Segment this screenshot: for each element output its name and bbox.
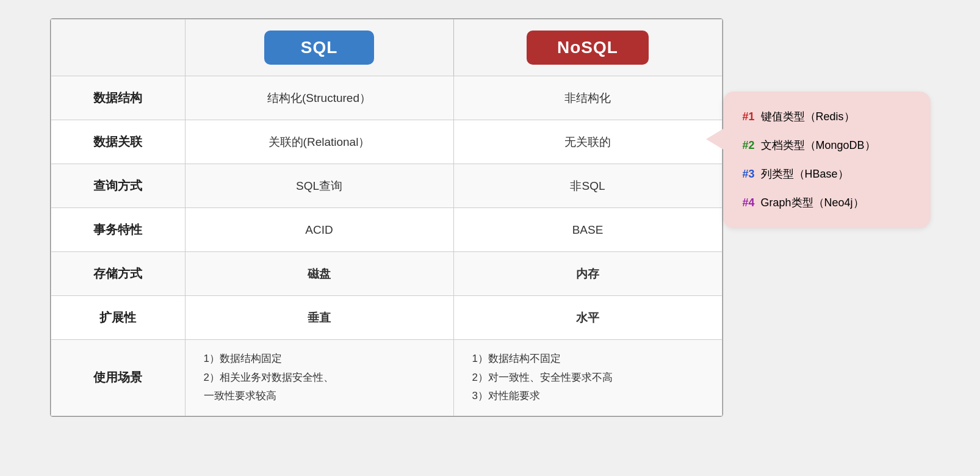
callout-num-3: #4 [743,197,755,209]
use-case-sql: 1）数据结构固定2）相关业务对数据安全性、一致性要求较高 [185,340,453,416]
row-sql-3: ACID [185,208,453,252]
table-row: 查询方式 SQL查询 非SQL [51,164,722,208]
header-sql-cell: SQL [185,20,453,76]
table-row: 存储方式 磁盘 内存 [51,252,722,296]
sql-badge: SQL [264,31,375,65]
row-sql-4: 磁盘 [185,252,453,296]
callout-item-1: #2 文档类型（MongoDB） [743,137,911,154]
row-label-5: 扩展性 [51,296,185,340]
table-row: 事务特性 ACID BASE [51,208,722,252]
callout-wrapper: #1 键值类型（Redis）#2 文档类型（MongoDB）#3 列类型（HBa… [723,92,931,228]
row-label-4: 存储方式 [51,252,185,296]
table-row: 扩展性 垂直 水平 [51,296,722,340]
callout-item-2: #3 列类型（HBase） [743,166,911,182]
row-label-1: 数据关联 [51,120,185,164]
row-nosql-0: 非结构化 [453,76,722,120]
callout-bubble: #1 键值类型（Redis）#2 文档类型（MongoDB）#3 列类型（HBa… [723,92,931,228]
row-nosql-4: 内存 [453,252,722,296]
use-case-row: 使用场景 1）数据结构固定2）相关业务对数据安全性、一致性要求较高 1）数据结构… [51,340,722,416]
row-nosql-3: BASE [453,208,722,252]
header-empty-cell [51,20,185,76]
row-label-0: 数据结构 [51,76,185,120]
row-label-2: 查询方式 [51,164,185,208]
callout-num-1: #2 [743,139,755,151]
comparison-table-container: SQL NoSQL 数据结构 结构化(Structured） 非结构化 数据关联… [50,18,723,417]
table-row: 数据结构 结构化(Structured） 非结构化 [51,76,722,120]
callout-num-2: #3 [743,168,755,180]
header-nosql-cell: NoSQL [453,20,722,76]
callout-item-0: #1 键值类型（Redis） [743,109,911,125]
use-case-label: 使用场景 [51,340,185,416]
row-nosql-1: 无关联的 [453,120,722,164]
table-row: 数据关联 关联的(Relational） 无关联的 [51,120,722,164]
row-label-3: 事务特性 [51,208,185,252]
page-wrapper: SQL NoSQL 数据结构 结构化(Structured） 非结构化 数据关联… [0,0,980,476]
nosql-badge: NoSQL [527,31,649,65]
comparison-table: SQL NoSQL 数据结构 结构化(Structured） 非结构化 数据关联… [51,19,722,416]
row-sql-5: 垂直 [185,296,453,340]
callout-item-3: #4 Graph类型（Neo4j） [743,195,911,211]
use-case-nosql: 1）数据结构不固定2）对一致性、安全性要求不高3）对性能要求 [453,340,722,416]
row-sql-0: 结构化(Structured） [185,76,453,120]
row-nosql-5: 水平 [453,296,722,340]
row-sql-1: 关联的(Relational） [185,120,453,164]
row-nosql-2: 非SQL [453,164,722,208]
callout-num-0: #1 [743,110,755,123]
row-sql-2: SQL查询 [185,164,453,208]
